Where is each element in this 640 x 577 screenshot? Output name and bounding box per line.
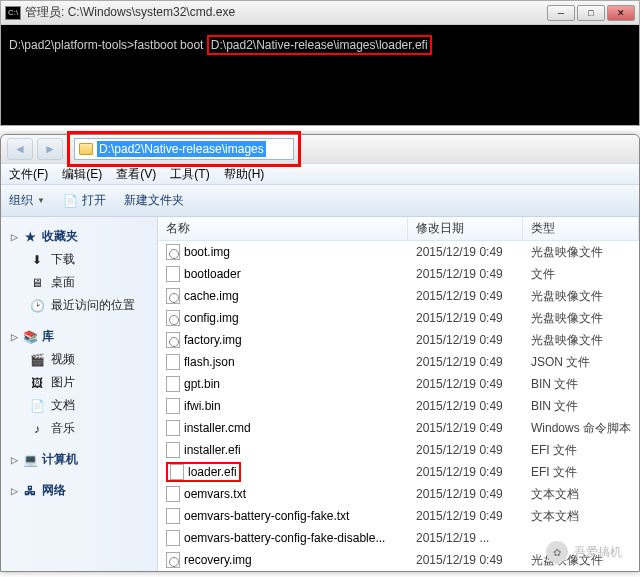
column-date[interactable]: 修改日期 — [408, 217, 523, 240]
file-type-icon — [166, 442, 180, 458]
file-name: boot.img — [184, 245, 230, 259]
file-type-icon — [166, 530, 180, 546]
file-type-icon — [166, 354, 180, 370]
file-type-icon — [166, 486, 180, 502]
cmd-prompt-text: D:\pad2\platform-tools>fastboot boot — [9, 38, 207, 52]
file-row[interactable]: installer.efi2015/12/19 0:49EFI 文件 — [158, 439, 639, 461]
file-type-icon — [166, 508, 180, 524]
sidebar-pictures[interactable]: 🖼图片 — [1, 371, 157, 394]
sidebar-network[interactable]: ▷🖧网络 — [1, 479, 157, 502]
explorer-window: ◄ ► D:\pad2\Native-release\images 文件(F) … — [0, 134, 640, 572]
menu-file[interactable]: 文件(F) — [9, 166, 48, 183]
file-type-icon — [166, 552, 180, 568]
file-type-icon — [166, 244, 180, 260]
file-date: 2015/12/19 ... — [408, 531, 523, 545]
file-type-icon — [170, 464, 184, 480]
file-row[interactable]: factory.img2015/12/19 0:49光盘映像文件 — [158, 329, 639, 351]
file-type: Windows 命令脚本 — [523, 420, 639, 437]
file-type: 光盘映像文件 — [523, 310, 639, 327]
library-icon: 📚 — [22, 330, 38, 344]
file-type-icon — [166, 310, 180, 326]
nav-forward-button[interactable]: ► — [37, 138, 63, 160]
recent-icon: 🕑 — [29, 299, 45, 313]
nav-back-button[interactable]: ◄ — [7, 138, 33, 160]
watermark: ✿ 吾爱搞机 — [546, 541, 622, 563]
file-row[interactable]: oemvars.txt2015/12/19 0:49文本文档 — [158, 483, 639, 505]
star-icon: ★ — [22, 230, 38, 244]
file-type: JSON 文件 — [523, 354, 639, 371]
picture-icon: 🖼 — [29, 376, 45, 390]
sidebar-recent[interactable]: 🕑最近访问的位置 — [1, 294, 157, 317]
cmd-body[interactable]: D:\pad2\platform-tools>fastboot boot D:\… — [1, 25, 639, 125]
sidebar-music[interactable]: ♪音乐 — [1, 417, 157, 440]
file-date: 2015/12/19 0:49 — [408, 377, 523, 391]
sidebar-computer[interactable]: ▷💻计算机 — [1, 448, 157, 471]
file-icon: 📄 — [63, 194, 78, 208]
file-list: 名称 修改日期 类型 boot.img2015/12/19 0:49光盘映像文件… — [158, 217, 639, 571]
file-row[interactable]: boot.img2015/12/19 0:49光盘映像文件 — [158, 241, 639, 263]
file-type-icon — [166, 376, 180, 392]
file-date: 2015/12/19 0:49 — [408, 443, 523, 457]
file-type: 光盘映像文件 — [523, 288, 639, 305]
sidebar-documents[interactable]: 📄文档 — [1, 394, 157, 417]
file-name: ifwi.bin — [184, 399, 221, 413]
file-row[interactable]: installer.cmd2015/12/19 0:49Windows 命令脚本 — [158, 417, 639, 439]
menu-view[interactable]: 查看(V) — [116, 166, 156, 183]
open-button[interactable]: 📄打开 — [63, 192, 106, 209]
file-date: 2015/12/19 0:49 — [408, 553, 523, 567]
menu-edit[interactable]: 编辑(E) — [62, 166, 102, 183]
column-name[interactable]: 名称 — [158, 217, 408, 240]
file-name: recovery.img — [184, 553, 252, 567]
address-highlight: D:\pad2\Native-release\images — [67, 131, 301, 167]
file-type-icon — [166, 288, 180, 304]
file-type-icon — [166, 398, 180, 414]
sidebar-favorites[interactable]: ▷★收藏夹 — [1, 225, 157, 248]
file-name: oemvars.txt — [184, 487, 246, 501]
file-name: flash.json — [184, 355, 235, 369]
sidebar-libraries[interactable]: ▷📚库 — [1, 325, 157, 348]
music-icon: ♪ — [29, 422, 45, 436]
sidebar-desktop[interactable]: 🖥桌面 — [1, 271, 157, 294]
menu-help[interactable]: 帮助(H) — [224, 166, 265, 183]
file-row[interactable]: gpt.bin2015/12/19 0:49BIN 文件 — [158, 373, 639, 395]
menu-tools[interactable]: 工具(T) — [170, 166, 209, 183]
file-row[interactable]: oemvars-battery-config-fake.txt2015/12/1… — [158, 505, 639, 527]
sidebar-videos[interactable]: 🎬视频 — [1, 348, 157, 371]
desktop-icon: 🖥 — [29, 276, 45, 290]
close-button[interactable]: ✕ — [607, 5, 635, 21]
explorer-titlebar[interactable]: ◄ ► D:\pad2\Native-release\images — [1, 135, 639, 163]
file-date: 2015/12/19 0:49 — [408, 333, 523, 347]
file-type: 光盘映像文件 — [523, 244, 639, 261]
file-type-icon — [166, 266, 180, 282]
file-name: oemvars-battery-config-fake.txt — [184, 509, 349, 523]
sidebar: ▷★收藏夹 ⬇下载 🖥桌面 🕑最近访问的位置 ▷📚库 🎬视频 🖼图片 📄文档 ♪… — [1, 217, 158, 571]
file-row[interactable]: loader.efi2015/12/19 0:49EFI 文件 — [158, 461, 639, 483]
file-date: 2015/12/19 0:49 — [408, 267, 523, 281]
watermark-icon: ✿ — [546, 541, 568, 563]
file-type: 文件 — [523, 266, 639, 283]
file-type: BIN 文件 — [523, 398, 639, 415]
file-date: 2015/12/19 0:49 — [408, 311, 523, 325]
file-date: 2015/12/19 0:49 — [408, 245, 523, 259]
download-icon: ⬇ — [29, 253, 45, 267]
file-row[interactable]: cache.img2015/12/19 0:49光盘映像文件 — [158, 285, 639, 307]
file-row[interactable]: flash.json2015/12/19 0:49JSON 文件 — [158, 351, 639, 373]
minimize-button[interactable]: ─ — [547, 5, 575, 21]
file-row[interactable]: config.img2015/12/19 0:49光盘映像文件 — [158, 307, 639, 329]
file-date: 2015/12/19 0:49 — [408, 487, 523, 501]
file-type: 文本文档 — [523, 486, 639, 503]
maximize-button[interactable]: □ — [577, 5, 605, 21]
file-date: 2015/12/19 0:49 — [408, 355, 523, 369]
cmd-titlebar[interactable]: C:\ 管理员: C:\Windows\system32\cmd.exe ─ □… — [1, 1, 639, 25]
toolbar: 组织 ▼ 📄打开 新建文件夹 — [1, 185, 639, 217]
highlighted-file: loader.efi — [166, 462, 241, 482]
file-name: cache.img — [184, 289, 239, 303]
file-row[interactable]: ifwi.bin2015/12/19 0:49BIN 文件 — [158, 395, 639, 417]
new-folder-button[interactable]: 新建文件夹 — [124, 192, 184, 209]
sidebar-downloads[interactable]: ⬇下载 — [1, 248, 157, 271]
address-bar[interactable]: D:\pad2\Native-release\images — [74, 138, 294, 160]
column-type[interactable]: 类型 — [523, 217, 639, 240]
file-row[interactable]: bootloader2015/12/19 0:49文件 — [158, 263, 639, 285]
organize-button[interactable]: 组织 ▼ — [9, 192, 45, 209]
computer-icon: 💻 — [22, 453, 38, 467]
